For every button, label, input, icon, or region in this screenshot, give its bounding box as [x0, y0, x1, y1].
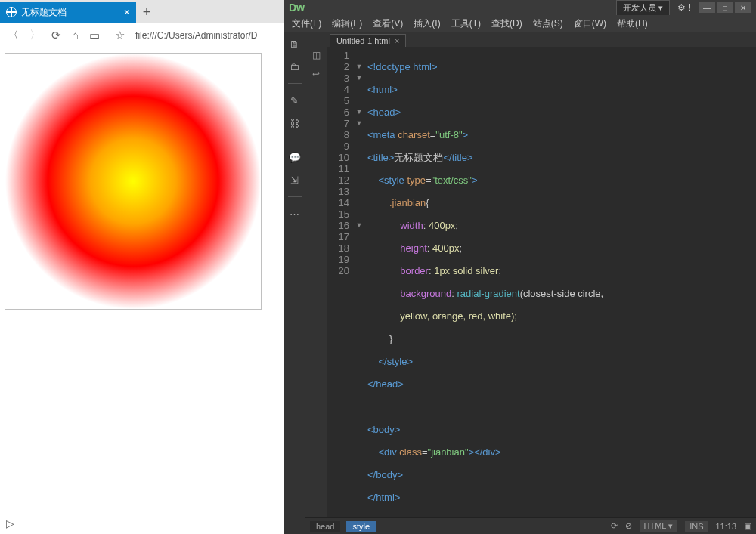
- source-code[interactable]: <!doctype html> <html> <head> <meta char…: [364, 47, 756, 517]
- line-gutter: 1234567891011121314151617181920: [327, 47, 354, 517]
- browser-tab[interactable]: 无标题文档 ×: [0, 2, 136, 23]
- maximize-button[interactable]: □: [717, 2, 733, 13]
- folder-icon[interactable]: 🗀: [289, 60, 301, 73]
- breadcrumb-head[interactable]: head: [310, 521, 340, 532]
- url-field[interactable]: file:///C:/Users/Administrator/D: [135, 30, 257, 41]
- menu-find[interactable]: 查找(D): [487, 16, 527, 32]
- overview-icon[interactable]: ▣: [744, 521, 751, 531]
- dw-body: 🗎 🗀 ✎ ⛓ 💬 ⇲ ⋯ Untitled-1.html ×: [284, 32, 756, 534]
- fold-gutter[interactable]: ▼▼▼▼▼: [354, 47, 364, 517]
- browser-status-icon[interactable]: ▷: [6, 517, 14, 529]
- title-bar: Dw 开发人员 ▾ ⚙ ! — □ ✕: [284, 0, 756, 15]
- close-icon[interactable]: ×: [124, 6, 130, 18]
- code-editor[interactable]: ◫ ↩ 1234567891011121314151617181920 ▼▼▼▼…: [305, 47, 756, 517]
- link-icon[interactable]: ⛓: [289, 117, 301, 129]
- close-button[interactable]: ✕: [735, 2, 751, 13]
- menu-edit[interactable]: 编辑(E): [327, 16, 367, 32]
- more-icon[interactable]: ⋯: [289, 208, 301, 220]
- collapse-icon[interactable]: ⇲: [289, 174, 301, 186]
- gear-icon[interactable]: ⚙ !: [677, 2, 691, 13]
- menu-bar: 文件(F) 编辑(E) 查看(V) 插入(I) 工具(T) 查找(D) 站点(S…: [284, 15, 756, 32]
- file-tab-row: Untitled-1.html ×: [305, 32, 756, 47]
- minimize-button[interactable]: —: [699, 2, 715, 13]
- close-icon[interactable]: ×: [395, 36, 399, 45]
- app-logo: Dw: [289, 2, 305, 14]
- wrap-icon[interactable]: ↩: [312, 69, 320, 80]
- lang-selector[interactable]: HTML ▾: [640, 520, 678, 532]
- comment-icon[interactable]: 💬: [289, 151, 301, 163]
- breadcrumb-style[interactable]: style: [346, 521, 376, 532]
- read-icon[interactable]: ▭: [89, 29, 100, 42]
- check-icon[interactable]: ⊘: [625, 521, 632, 531]
- refresh-icon[interactable]: ⟳: [51, 29, 61, 42]
- dreamweaver-pane: Dw 开发人员 ▾ ⚙ ! — □ ✕ 文件(F) 编辑(E) 查看(V) 插入…: [284, 0, 756, 534]
- file-icon[interactable]: 🗎: [289, 38, 301, 50]
- code-toolbar: ◫ ↩: [305, 47, 327, 517]
- ins-mode[interactable]: INS: [685, 521, 708, 532]
- split-icon[interactable]: ◫: [312, 50, 321, 61]
- sync-icon[interactable]: ⟳: [611, 521, 618, 531]
- star-icon[interactable]: ☆: [115, 29, 125, 42]
- address-bar: 〈 〉 ⟳ ⌂ ▭ ☆ file:///C:/Users/Administrat…: [0, 23, 284, 48]
- globe-icon: [6, 7, 17, 17]
- editor-area: Untitled-1.html × ◫ ↩ 123456789101112131…: [305, 32, 756, 534]
- file-tab[interactable]: Untitled-1.html ×: [330, 34, 406, 47]
- file-tab-label: Untitled-1.html: [336, 36, 390, 45]
- left-toolbar: 🗎 🗀 ✎ ⛓ 💬 ⇲ ⋯: [284, 32, 305, 534]
- tab-strip: 无标题文档 × +: [0, 0, 284, 23]
- status-bar: head style ⟳ ⊘ HTML ▾ INS 11:13 ▣: [305, 517, 756, 534]
- forward-icon[interactable]: 〉: [29, 28, 41, 42]
- gradient-preview: [5, 53, 262, 310]
- menu-window[interactable]: 窗口(W): [569, 16, 611, 32]
- browser-pane: 无标题文档 × + 〈 〉 ⟳ ⌂ ▭ ☆ file:///C:/Users/A…: [0, 0, 284, 534]
- menu-site[interactable]: 站点(S): [528, 16, 568, 32]
- cursor-position: 11:13: [715, 522, 736, 531]
- wand-icon[interactable]: ✎: [289, 94, 301, 106]
- page-content: [0, 48, 284, 314]
- window-buttons: — □ ✕: [699, 2, 751, 13]
- back-icon[interactable]: 〈: [8, 28, 19, 42]
- menu-file[interactable]: 文件(F): [287, 16, 326, 32]
- menu-view[interactable]: 查看(V): [368, 16, 407, 32]
- home-icon[interactable]: ⌂: [72, 29, 79, 42]
- menu-help[interactable]: 帮助(H): [612, 16, 652, 32]
- menu-tools[interactable]: 工具(T): [447, 16, 485, 32]
- menu-insert[interactable]: 插入(I): [409, 16, 445, 32]
- new-tab-button[interactable]: +: [136, 2, 157, 23]
- workspace-switcher[interactable]: 开发人员 ▾: [616, 0, 670, 16]
- tab-title: 无标题文档: [21, 6, 67, 19]
